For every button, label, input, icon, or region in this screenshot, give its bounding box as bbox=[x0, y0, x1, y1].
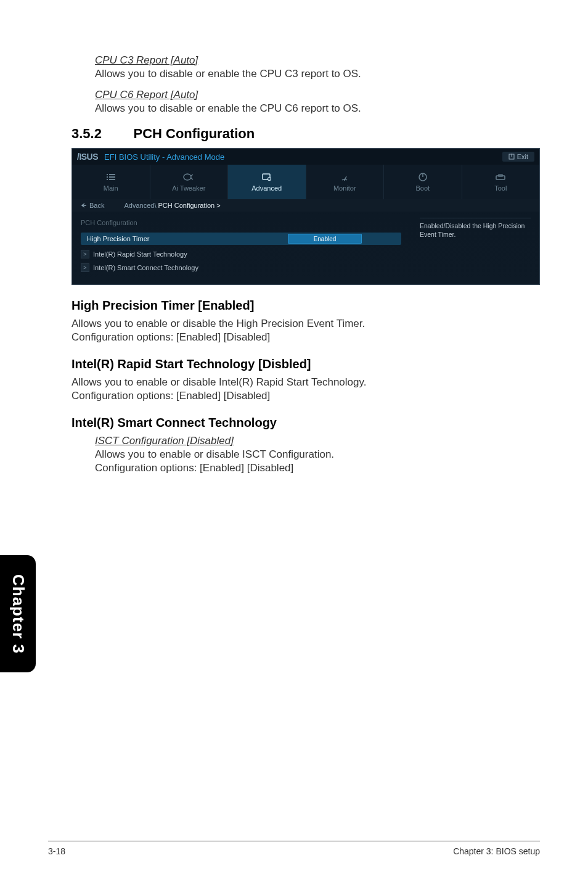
crumb-current: PCH Configuration > bbox=[156, 202, 220, 209]
bios-exit-button[interactable]: Exit bbox=[502, 152, 534, 162]
tab-advanced-label: Advanced bbox=[251, 184, 282, 192]
tab-ai-tweaker[interactable]: Ai Tweaker bbox=[150, 165, 229, 199]
smart-line1: Allows you to enable or disable ISCT Con… bbox=[95, 448, 540, 461]
rapid-start-label: Intel(R) Rapid Start Technology bbox=[93, 250, 187, 258]
svg-text:i: i bbox=[269, 178, 269, 181]
page-number: 3-18 bbox=[48, 846, 65, 856]
chapter-side-label: Chapter 3 bbox=[9, 574, 28, 654]
list-icon bbox=[105, 172, 117, 182]
back-label: Back bbox=[89, 202, 104, 209]
section-title: PCH Configuration bbox=[133, 126, 255, 141]
hp-timer-label: High Precision Timer bbox=[87, 235, 149, 242]
tab-tweaker-label: Ai Tweaker bbox=[172, 184, 205, 192]
high-precision-timer-row[interactable]: High Precision Timer Enabled bbox=[81, 233, 401, 245]
power-icon bbox=[417, 172, 429, 182]
cpu-c3-title: CPU C3 Report [Auto] bbox=[95, 54, 540, 67]
smart-line2: Configuration options: [Enabled] [Disabl… bbox=[95, 462, 540, 474]
bios-brand: /ISUS bbox=[77, 152, 98, 162]
chevron-right-icon: > bbox=[81, 250, 89, 258]
bios-body: PCH Configuration High Precision Timer E… bbox=[72, 212, 539, 284]
svg-point-13 bbox=[344, 179, 345, 181]
rapid-heading: Intel(R) Rapid Start Technology [Disbled… bbox=[71, 357, 540, 371]
exit-label: Exit bbox=[517, 153, 528, 160]
bios-tab-bar: Main Ai Tweaker i Advanced Monitor Boot … bbox=[72, 165, 539, 199]
section-number: 3.5.2 bbox=[71, 126, 131, 142]
hp-timer-line1: Allows you to enable or disable the High… bbox=[71, 318, 540, 330]
bios-titlebar: /ISUS EFI BIOS Utility - Advanced Mode E… bbox=[72, 149, 539, 165]
tweaker-icon bbox=[182, 172, 195, 182]
tab-monitor-label: Monitor bbox=[333, 184, 356, 192]
tab-boot[interactable]: Boot bbox=[384, 165, 462, 199]
breadcrumb: Advanced\ PCH Configuration > bbox=[124, 202, 220, 209]
cpu-c6-desc: Allows you to disable or enable the CPU … bbox=[95, 102, 540, 115]
chevron-right-icon: > bbox=[81, 263, 89, 272]
bios-help-text: Enabled/Disabled the High Precision Even… bbox=[420, 218, 531, 239]
cpu-c3-desc: Allows you to disable or enable the CPU … bbox=[95, 68, 540, 80]
exit-icon bbox=[508, 154, 515, 160]
tab-boot-label: Boot bbox=[415, 184, 430, 192]
tab-tool[interactable]: Tool bbox=[462, 165, 540, 199]
smart-connect-label: Intel(R) Smart Connect Technology bbox=[93, 264, 198, 271]
section-heading: 3.5.2 PCH Configuration bbox=[71, 126, 540, 142]
tab-advanced[interactable]: i Advanced bbox=[228, 165, 306, 199]
hp-timer-value[interactable]: Enabled bbox=[288, 234, 362, 244]
tab-tool-label: Tool bbox=[494, 184, 507, 192]
isct-sub-title: ISCT Configuration [Disabled] bbox=[95, 435, 540, 447]
rapid-line2: Configuration options: [Enabled] [Disabl… bbox=[71, 390, 540, 402]
bios-back-button[interactable]: Back bbox=[81, 202, 104, 209]
hp-timer-line2: Configuration options: [Enabled] [Disabl… bbox=[71, 331, 540, 344]
tab-main-label: Main bbox=[104, 184, 118, 192]
bios-mode-label: EFI BIOS Utility - Advanced Mode bbox=[104, 152, 224, 162]
page-footer: 3-18 Chapter 3: BIOS setup bbox=[48, 841, 540, 856]
monitor-icon bbox=[338, 172, 351, 182]
hp-timer-heading: High Precision Timer [Enabled] bbox=[71, 299, 540, 313]
tool-icon bbox=[494, 172, 507, 182]
advanced-icon: i bbox=[261, 172, 273, 182]
smart-connect-row[interactable]: > Intel(R) Smart Connect Technology bbox=[81, 263, 531, 272]
page-content: CPU C3 Report [Auto] Allows you to disab… bbox=[71, 54, 540, 476]
chapter-side-tab: Chapter 3 bbox=[0, 555, 36, 672]
rapid-start-row[interactable]: > Intel(R) Rapid Start Technology bbox=[81, 250, 531, 258]
tab-monitor[interactable]: Monitor bbox=[306, 165, 385, 199]
crumb-prefix: Advanced\ bbox=[124, 202, 156, 209]
tab-main[interactable]: Main bbox=[72, 165, 150, 199]
smart-heading: Intel(R) Smart Connect Technology bbox=[71, 416, 540, 430]
svg-point-8 bbox=[184, 174, 191, 180]
back-arrow-icon bbox=[81, 202, 87, 208]
bios-breadcrumb-row: Back Advanced\ PCH Configuration > bbox=[72, 199, 539, 212]
footer-chapter: Chapter 3: BIOS setup bbox=[453, 846, 540, 856]
bios-window: /ISUS EFI BIOS Utility - Advanced Mode E… bbox=[71, 148, 540, 285]
cpu-c6-title: CPU C6 Report [Auto] bbox=[95, 89, 540, 101]
rapid-line1: Allows you to enable or disable Intel(R)… bbox=[71, 376, 540, 389]
